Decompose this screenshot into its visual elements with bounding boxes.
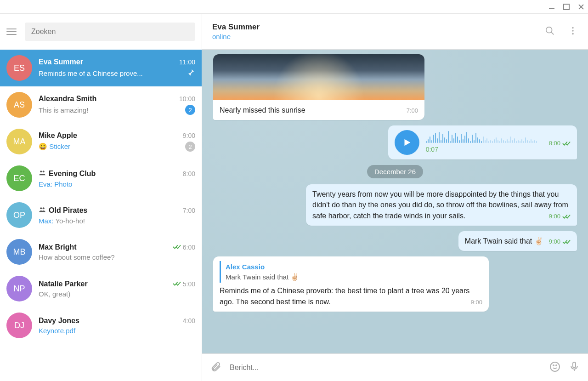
avatar: DJ <box>6 313 32 338</box>
close-button[interactable] <box>578 4 584 10</box>
chat-preview: This is amazing! <box>39 106 181 114</box>
svg-point-8 <box>546 27 552 33</box>
chat-name: Natalie Parker <box>39 280 88 288</box>
svg-point-10 <box>572 27 574 28</box>
chat-time-wrap: 10:00 <box>179 95 195 102</box>
chat-preview: Reminds me of a Chinese prove... <box>39 69 187 77</box>
chat-time: 10:00 <box>179 95 195 102</box>
read-check-icon <box>173 243 181 251</box>
message-voice[interactable]: 0:07 8:00 <box>213 125 577 159</box>
minimize-button[interactable] <box>548 4 555 10</box>
group-icon <box>39 169 46 178</box>
date-separator: December 26 <box>213 168 577 176</box>
read-check-icon <box>562 141 571 146</box>
reply-reference[interactable]: Alex Cassio Mark Twain said that ✌🏻 <box>220 261 482 283</box>
chat-preview: OK, great) <box>39 290 195 298</box>
chat-preview: How about some coffee? <box>39 253 195 261</box>
chat-time-wrap: 6:00 <box>173 243 195 251</box>
chat-preview: Max: Yo-ho-ho! <box>39 217 195 225</box>
avatar: AS <box>6 92 32 118</box>
chat-preview: Keynote.pdf <box>39 327 195 335</box>
read-check-icon <box>562 239 571 245</box>
hamburger-menu-icon[interactable] <box>6 27 17 37</box>
voice-waveform[interactable] <box>426 131 537 143</box>
chat-preview: Eva: Photo <box>39 180 195 188</box>
search-input[interactable] <box>31 28 189 36</box>
search-box[interactable] <box>25 23 195 41</box>
quote-time-meta: 9:00 <box>549 212 571 221</box>
chat-item-2[interactable]: MAMike Apple9:00😀 Sticker2 <box>0 123 202 160</box>
chat-time-wrap: 7:00 <box>183 207 195 214</box>
chat-name: Davy Jones <box>39 317 79 325</box>
message-input[interactable] <box>230 364 541 372</box>
chat-time: 8:00 <box>183 170 195 177</box>
message-photo[interactable]: Nearly missed this sunrise 7:00 <box>213 54 577 120</box>
message-quote[interactable]: Twenty years from now you will be more d… <box>213 184 577 226</box>
svg-point-5 <box>43 171 45 172</box>
maximize-button[interactable] <box>563 4 570 10</box>
voice-time-meta: 8:00 <box>549 139 571 148</box>
photo-time: 7:00 <box>407 107 418 115</box>
svg-point-11 <box>572 30 574 32</box>
chat-item-6[interactable]: NPNatalie Parker5:00OK, great) <box>0 270 202 307</box>
avatar: MB <box>6 239 32 265</box>
unread-badge: 2 <box>185 142 195 152</box>
message-twain[interactable]: Mark Twain said that ✌🏻 9:00 <box>213 231 577 251</box>
chat-time: 7:00 <box>183 207 195 214</box>
twain-text: Mark Twain said that ✌🏻 <box>465 237 543 245</box>
chat-name: Old Pirates <box>39 206 87 215</box>
chat-item-0[interactable]: ESEva Summer11:00Reminds me of a Chinese… <box>0 50 202 86</box>
svg-marker-13 <box>404 139 410 146</box>
chat-item-7[interactable]: DJDavy Jones4:00Keynote.pdf <box>0 307 202 344</box>
svg-point-16 <box>556 365 557 366</box>
chat-item-5[interactable]: MBMax Bright6:00How about some coffee? <box>0 233 202 270</box>
emoji-icon[interactable] <box>549 361 560 374</box>
quote-text: Twenty years from now you will be more d… <box>312 190 568 219</box>
chat-time-wrap: 11:00 <box>179 58 195 66</box>
chat-preview: 😀 Sticker <box>39 142 181 151</box>
chat-name: Max Bright <box>39 243 77 251</box>
twain-time-meta: 9:00 <box>549 238 571 246</box>
chat-time-wrap: 4:00 <box>183 317 195 324</box>
message-reply[interactable]: Alex Cassio Mark Twain said that ✌🏻 Remi… <box>213 256 577 312</box>
svg-point-7 <box>43 207 45 209</box>
more-options-icon[interactable] <box>568 26 578 38</box>
chat-time: 9:00 <box>183 132 195 139</box>
chat-time: 6:00 <box>183 244 195 251</box>
reply-time: 9:00 <box>471 298 482 307</box>
chat-status: online <box>212 33 260 40</box>
avatar: EC <box>6 165 32 191</box>
chat-header: Eva Summer online <box>202 14 588 50</box>
chat-time: 5:00 <box>183 280 195 288</box>
microphone-icon[interactable] <box>569 361 580 374</box>
attach-icon[interactable] <box>210 361 221 374</box>
chat-name: Eva Summer <box>39 58 83 66</box>
chat-item-4[interactable]: OPOld Pirates7:00Max: Yo-ho-ho! <box>0 197 202 233</box>
chat-item-3[interactable]: ECEvening Club8:00Eva: Photo <box>0 160 202 197</box>
svg-point-14 <box>550 362 560 371</box>
search-icon[interactable] <box>545 26 555 38</box>
svg-point-4 <box>40 171 42 172</box>
svg-line-9 <box>551 32 554 34</box>
messages-area[interactable]: Nearly missed this sunrise 7:00 0:07 <box>202 50 588 353</box>
avatar: ES <box>6 55 32 81</box>
window-titlebar <box>0 0 588 14</box>
chat-title[interactable]: Eva Summer <box>212 23 260 32</box>
voice-play-button[interactable] <box>395 130 419 155</box>
avatar: MA <box>6 129 32 154</box>
chat-time-wrap: 8:00 <box>183 170 195 177</box>
read-check-icon <box>173 280 181 288</box>
chat-time-wrap: 5:00 <box>173 280 195 288</box>
svg-rect-0 <box>549 8 554 9</box>
sidebar: ESEva Summer11:00Reminds me of a Chinese… <box>0 14 202 381</box>
photo-image[interactable] <box>213 54 424 100</box>
chat-name: Alexandra Smith <box>39 95 96 103</box>
chat-time-wrap: 9:00 <box>183 132 195 139</box>
chat-name: Evening Club <box>39 169 96 178</box>
chat-item-1[interactable]: ASAlexandra Smith10:00This is amazing!2 <box>0 86 202 123</box>
chat-time: 11:00 <box>179 58 195 66</box>
reply-quoted: Mark Twain said that ✌🏻 <box>226 272 478 282</box>
main-panel: Eva Summer online Nearly missed this sun… <box>202 14 588 381</box>
svg-rect-17 <box>573 362 576 368</box>
group-icon <box>39 206 46 215</box>
